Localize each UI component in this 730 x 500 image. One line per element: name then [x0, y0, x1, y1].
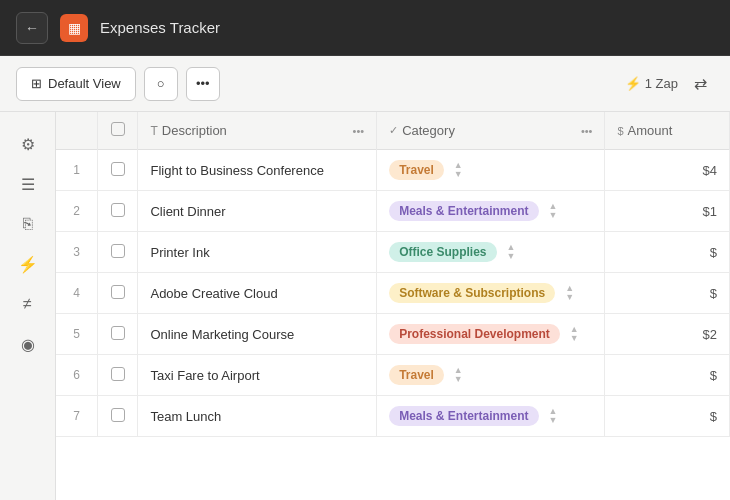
- sidebar-bookmark-icon[interactable]: ⎘: [12, 208, 44, 240]
- sort-arrows[interactable]: ▲▼: [454, 366, 463, 384]
- row-amount: $: [605, 355, 730, 396]
- row-checkbox[interactable]: [111, 326, 125, 340]
- row-checkbox-cell: [98, 396, 138, 437]
- row-amount: $: [605, 396, 730, 437]
- table-row: 1Flight to Business ConferenceTravel▲▼$4: [56, 150, 730, 191]
- row-checkbox[interactable]: [111, 162, 125, 176]
- row-amount: $: [605, 273, 730, 314]
- col-header-category[interactable]: ✓ Category •••: [377, 112, 605, 150]
- row-description: Team Lunch: [138, 396, 377, 437]
- sort-arrows[interactable]: ▲▼: [570, 325, 579, 343]
- col-header-check: [98, 112, 138, 150]
- row-checkbox[interactable]: [111, 244, 125, 258]
- table-row: 6Taxi Fare to AirportTravel▲▼$: [56, 355, 730, 396]
- sort-arrows[interactable]: ▲▼: [454, 161, 463, 179]
- table-row: 3Printer InkOffice Supplies▲▼$: [56, 232, 730, 273]
- table-header-row: T Description ••• ✓ Category •••: [56, 112, 730, 150]
- view-icon: ⊞: [31, 76, 42, 91]
- row-checkbox-cell: [98, 314, 138, 355]
- row-number: 3: [56, 232, 98, 273]
- title-bar: ← ▦ Expenses Tracker: [0, 0, 730, 56]
- row-description: Online Marketing Course: [138, 314, 377, 355]
- app-title: Expenses Tracker: [100, 19, 220, 36]
- default-view-button[interactable]: ⊞ Default View: [16, 67, 136, 101]
- row-number: 7: [56, 396, 98, 437]
- sort-arrows[interactable]: ▲▼: [549, 202, 558, 220]
- filter-button[interactable]: ⇄: [686, 70, 714, 98]
- row-category: Professional Development▲▼: [377, 314, 605, 355]
- sidebar: ⚙ ☰ ⎘ ⚡ ≠ ◉: [0, 112, 56, 500]
- category-col-more[interactable]: •••: [581, 125, 593, 137]
- row-description: Taxi Fare to Airport: [138, 355, 377, 396]
- col-header-amount[interactable]: $ Amount: [605, 112, 730, 150]
- search-button[interactable]: ○: [144, 67, 178, 101]
- row-number: 4: [56, 273, 98, 314]
- row-description: Client Dinner: [138, 191, 377, 232]
- table-row: 4Adobe Creative CloudSoftware & Subscrip…: [56, 273, 730, 314]
- amount-col-icon: $: [617, 125, 623, 137]
- expenses-table: T Description ••• ✓ Category •••: [56, 112, 730, 437]
- description-col-more[interactable]: •••: [353, 125, 365, 137]
- category-badge: Travel: [389, 365, 444, 385]
- row-checkbox[interactable]: [111, 367, 125, 381]
- header-checkbox[interactable]: [111, 122, 125, 136]
- back-button[interactable]: ←: [16, 12, 48, 44]
- row-category: Travel▲▼: [377, 150, 605, 191]
- category-badge: Software & Subscriptions: [389, 283, 555, 303]
- row-amount: $2: [605, 314, 730, 355]
- row-description: Printer Ink: [138, 232, 377, 273]
- col-header-description[interactable]: T Description •••: [138, 112, 377, 150]
- row-number: 6: [56, 355, 98, 396]
- row-category: Travel▲▼: [377, 355, 605, 396]
- table-row: 7Team LunchMeals & Entertainment▲▼$: [56, 396, 730, 437]
- zap-button[interactable]: ⚡ 1 Zap: [625, 76, 678, 91]
- row-number: 1: [56, 150, 98, 191]
- main-content: ⚙ ☰ ⎘ ⚡ ≠ ◉ T Description •••: [0, 112, 730, 500]
- row-number: 5: [56, 314, 98, 355]
- row-checkbox-cell: [98, 273, 138, 314]
- app-icon: ▦: [60, 14, 88, 42]
- row-number: 2: [56, 191, 98, 232]
- table-row: 2Client DinnerMeals & Entertainment▲▼$1: [56, 191, 730, 232]
- row-amount: $4: [605, 150, 730, 191]
- more-options-button[interactable]: •••: [186, 67, 220, 101]
- row-description: Flight to Business Conference: [138, 150, 377, 191]
- category-badge: Meals & Entertainment: [389, 201, 538, 221]
- row-checkbox-cell: [98, 232, 138, 273]
- category-badge: Office Supplies: [389, 242, 496, 262]
- sort-arrows[interactable]: ▲▼: [507, 243, 516, 261]
- category-badge: Travel: [389, 160, 444, 180]
- row-checkbox[interactable]: [111, 203, 125, 217]
- sidebar-list-icon[interactable]: ☰: [12, 168, 44, 200]
- row-description: Adobe Creative Cloud: [138, 273, 377, 314]
- row-category: Meals & Entertainment▲▼: [377, 191, 605, 232]
- row-category: Software & Subscriptions▲▼: [377, 273, 605, 314]
- row-category: Office Supplies▲▼: [377, 232, 605, 273]
- category-badge: Meals & Entertainment: [389, 406, 538, 426]
- row-checkbox-cell: [98, 355, 138, 396]
- sort-arrows[interactable]: ▲▼: [549, 407, 558, 425]
- row-amount: $1: [605, 191, 730, 232]
- search-icon: ○: [157, 76, 165, 91]
- row-checkbox-cell: [98, 191, 138, 232]
- row-amount: $: [605, 232, 730, 273]
- sidebar-settings-icon[interactable]: ⚙: [12, 128, 44, 160]
- table-area: T Description ••• ✓ Category •••: [56, 112, 730, 500]
- category-col-icon: ✓: [389, 124, 398, 137]
- row-checkbox[interactable]: [111, 408, 125, 422]
- row-category: Meals & Entertainment▲▼: [377, 396, 605, 437]
- row-checkbox-cell: [98, 150, 138, 191]
- filter-icon: ⇄: [694, 74, 707, 93]
- more-icon: •••: [196, 76, 210, 91]
- table-row: 5Online Marketing CourseProfessional Dev…: [56, 314, 730, 355]
- sidebar-eye-icon[interactable]: ◉: [12, 328, 44, 360]
- sidebar-bolt-icon[interactable]: ⚡: [12, 248, 44, 280]
- description-col-icon: T: [150, 124, 157, 138]
- row-checkbox[interactable]: [111, 285, 125, 299]
- back-icon: ←: [25, 20, 39, 36]
- zap-icon: ⚡: [625, 76, 641, 91]
- sidebar-filter-icon[interactable]: ≠: [12, 288, 44, 320]
- col-header-num: [56, 112, 98, 150]
- sort-arrows[interactable]: ▲▼: [565, 284, 574, 302]
- toolbar: ⊞ Default View ○ ••• ⚡ 1 Zap ⇄: [0, 56, 730, 112]
